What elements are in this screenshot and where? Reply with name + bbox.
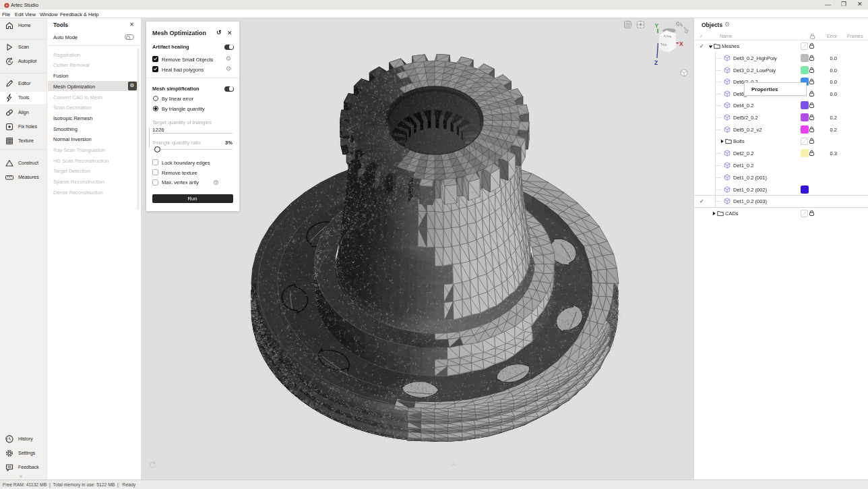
svg-text:A: A: [7, 59, 11, 63]
